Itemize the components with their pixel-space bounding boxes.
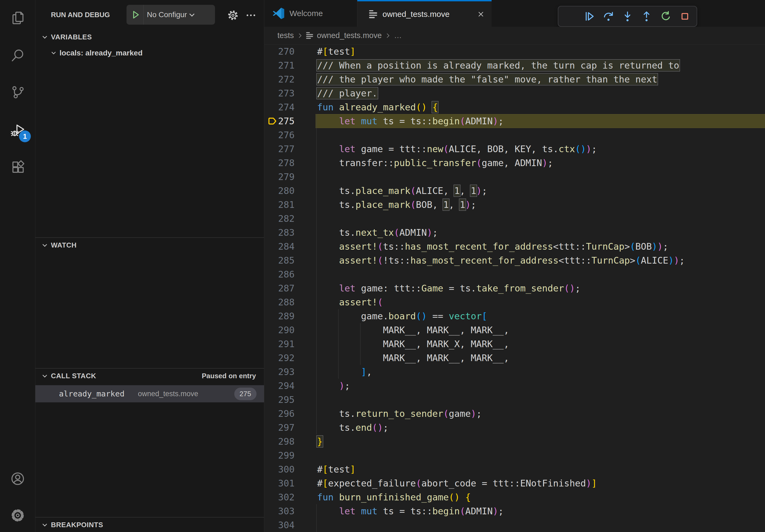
gutter-line-288[interactable]: 288 <box>264 295 316 309</box>
code-content[interactable]: MARK__, MARK__, MARK__, <box>316 323 765 337</box>
gutter-line-295[interactable]: 295 <box>264 393 316 406</box>
code-content[interactable]: let game: ttt::Game = ts.take_from_sende… <box>316 281 765 295</box>
code-content[interactable]: let game = ttt::new(ALICE, BOB, KEY, ts.… <box>316 142 765 156</box>
code-content[interactable] <box>316 170 765 184</box>
code-content[interactable] <box>316 448 765 462</box>
gutter-line-277[interactable]: 277 <box>264 142 316 156</box>
code-content[interactable]: /// the player who made the "false" move… <box>316 72 765 86</box>
code-content[interactable]: /// When a position is already marked, t… <box>316 58 765 72</box>
code-line-276[interactable]: 276 <box>264 128 765 142</box>
code-content[interactable]: let mut ts = ts::begin(ADMIN); <box>316 504 765 518</box>
breadcrumb-file[interactable]: owned_tests.move <box>317 31 382 40</box>
activity-item-search[interactable] <box>9 47 27 65</box>
activity-item-extensions[interactable] <box>9 159 27 176</box>
code-line-302[interactable]: 302fun burn_unfinished_game() { <box>264 490 765 504</box>
code-content[interactable]: assert!(ts::has_most_recent_for_address<… <box>316 239 765 253</box>
code-line-286[interactable]: 286 <box>264 267 765 281</box>
gutter-line-290[interactable]: 290 <box>264 323 316 337</box>
code-line-298[interactable]: 298} <box>264 434 765 448</box>
code-line-280[interactable]: 280 ts.place_mark(ALICE, 1, 1); <box>264 184 765 198</box>
code-line-297[interactable]: 297 ts.end(); <box>264 420 765 434</box>
code-line-293[interactable]: 293 ], <box>264 365 765 379</box>
code-line-284[interactable]: 284 assert!(ts::has_most_recent_for_addr… <box>264 239 765 253</box>
code-content[interactable]: assert!( <box>316 295 765 309</box>
code-content[interactable]: /// player. <box>316 86 765 100</box>
step-over-button[interactable] <box>601 9 616 24</box>
continue-button[interactable] <box>581 9 597 24</box>
code-area[interactable]: 270#[test]271/// When a position is alre… <box>264 45 765 532</box>
code-content[interactable]: ts.end(); <box>316 420 765 434</box>
code-line-274[interactable]: 274fun already_marked() { <box>264 100 765 114</box>
gutter-line-272[interactable]: 272 <box>264 72 316 86</box>
gutter-line-279[interactable]: 279 <box>264 170 316 184</box>
debug-config-dropdown[interactable]: No Configur <box>127 5 215 25</box>
code-content[interactable]: ); <box>316 379 765 393</box>
gutter-line-292[interactable]: 292 <box>264 351 316 365</box>
gutter-line-289[interactable]: 289 <box>264 309 316 323</box>
code-line-292[interactable]: 292 MARK__, MARK__, MARK__, <box>264 351 765 365</box>
gutter-line-275[interactable]: 275 <box>264 114 316 128</box>
tab-owned-tests-move[interactable]: owned_tests.move <box>357 0 491 27</box>
code-content[interactable]: transfer::public_transfer(game, ADMIN); <box>316 156 765 170</box>
code-content[interactable]: #[test] <box>316 462 765 476</box>
breakpoints-section-header[interactable]: BREAKPOINTS <box>35 517 264 532</box>
gutter-line-283[interactable]: 283 <box>264 226 316 239</box>
gutter-line-294[interactable]: 294 <box>264 379 316 393</box>
code-line-285[interactable]: 285 assert!(!ts::has_most_recent_for_add… <box>264 253 765 267</box>
code-content[interactable]: MARK__, MARK__, MARK__, <box>316 351 765 365</box>
code-line-273[interactable]: 273/// player. <box>264 86 765 100</box>
code-line-287[interactable]: 287 let game: ttt::Game = ts.take_from_s… <box>264 281 765 295</box>
activity-item-source-control[interactable] <box>9 84 27 102</box>
code-content[interactable]: fun already_marked() { <box>316 100 765 114</box>
drag-handle[interactable] <box>562 9 578 24</box>
gutter-line-280[interactable]: 280 <box>264 184 316 198</box>
gutter-line-286[interactable]: 286 <box>264 267 316 281</box>
gutter-line-271[interactable]: 271 <box>264 58 316 72</box>
gutter-line-281[interactable]: 281 <box>264 198 316 212</box>
activity-item-run-and-debug[interactable]: 1 <box>9 122 27 139</box>
gutter-line-278[interactable]: 278 <box>264 156 316 170</box>
stop-button[interactable] <box>677 9 693 24</box>
gutter-line-299[interactable]: 299 <box>264 448 316 462</box>
code-line-291[interactable]: 291 MARK__, MARK_X, MARK__, <box>264 337 765 351</box>
code-line-278[interactable]: 278 transfer::public_transfer(game, ADMI… <box>264 156 765 170</box>
code-content[interactable]: ts.return_to_sender(game); <box>316 406 765 420</box>
code-content[interactable] <box>316 128 765 142</box>
variables-section-header[interactable]: VARIABLES <box>35 30 264 45</box>
gutter-line-273[interactable]: 273 <box>264 86 316 100</box>
gutter-line-287[interactable]: 287 <box>264 281 316 295</box>
gutter-line-291[interactable]: 291 <box>264 337 316 351</box>
gutter-line-276[interactable]: 276 <box>264 128 316 142</box>
code-content[interactable]: let mut ts = ts::begin(ADMIN); <box>316 114 765 128</box>
gutter-line-274[interactable]: 274 <box>264 100 316 114</box>
code-content[interactable]: ts.place_mark(ALICE, 1, 1); <box>316 184 765 198</box>
code-line-271[interactable]: 271/// When a position is already marked… <box>264 58 765 72</box>
gutter-line-300[interactable]: 300 <box>264 462 316 476</box>
gutter-line-298[interactable]: 298 <box>264 434 316 448</box>
code-content[interactable]: #[test] <box>316 45 765 58</box>
gutter-line-296[interactable]: 296 <box>264 406 316 420</box>
gutter-line-303[interactable]: 303 <box>264 504 316 518</box>
gutter-line-284[interactable]: 284 <box>264 239 316 253</box>
gutter-line-302[interactable]: 302 <box>264 490 316 504</box>
code-line-299[interactable]: 299 <box>264 448 765 462</box>
code-line-300[interactable]: 300#[test] <box>264 462 765 476</box>
breadcrumb-symbol[interactable]: … <box>394 31 402 40</box>
code-content[interactable] <box>316 393 765 406</box>
breadcrumb-folder[interactable]: tests <box>278 31 294 40</box>
gutter-line-282[interactable]: 282 <box>264 212 316 226</box>
code-line-295[interactable]: 295 <box>264 393 765 406</box>
code-line-296[interactable]: 296 ts.return_to_sender(game); <box>264 406 765 420</box>
debug-settings-gear-button[interactable] <box>227 9 239 22</box>
code-line-288[interactable]: 288 assert!( <box>264 295 765 309</box>
code-line-282[interactable]: 282 <box>264 212 765 226</box>
code-line-277[interactable]: 277 let game = ttt::new(ALICE, BOB, KEY,… <box>264 142 765 156</box>
step-into-button[interactable] <box>620 9 635 24</box>
code-content[interactable] <box>316 518 765 532</box>
gutter-line-293[interactable]: 293 <box>264 365 316 379</box>
gutter-line-297[interactable]: 297 <box>264 420 316 434</box>
step-out-button[interactable] <box>639 9 654 24</box>
code-line-279[interactable]: 279 <box>264 170 765 184</box>
gutter-line-304[interactable]: 304 <box>264 518 316 532</box>
code-content[interactable]: } <box>316 434 765 448</box>
